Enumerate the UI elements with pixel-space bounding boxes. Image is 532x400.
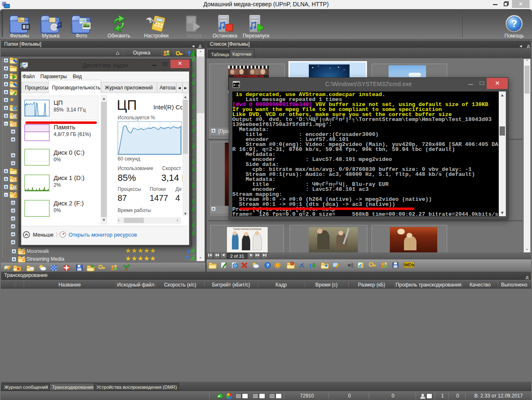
svg-text:?: ? (266, 263, 269, 268)
svg-text:C:\: C:\ (234, 83, 240, 87)
svg-text:?: ? (511, 18, 517, 29)
